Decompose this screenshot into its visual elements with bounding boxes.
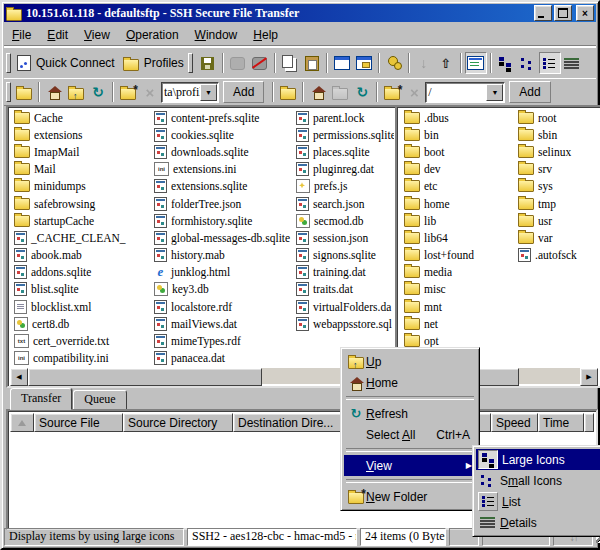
file-item[interactable]: blocklist.xml — [12, 298, 152, 315]
folder-item[interactable]: media — [402, 264, 514, 281]
folder-item[interactable]: net — [402, 315, 514, 332]
file-item[interactable]: folderTree.json — [152, 195, 292, 212]
menu-item-new-folder[interactable]: *New Folder — [344, 486, 476, 507]
file-item[interactable]: extensions.sqlite — [152, 178, 292, 195]
remote-delete-button[interactable]: × — [403, 81, 425, 103]
folder-item[interactable]: usr — [516, 212, 598, 229]
submenu-item-details[interactable]: Details — [476, 512, 600, 533]
menu-file[interactable]: File — [4, 26, 39, 44]
toolbar-grip[interactable] — [6, 82, 11, 102]
folder-item[interactable]: var — [516, 229, 598, 246]
menu-item-view[interactable]: View▶ — [344, 455, 476, 476]
column-header-source-directory[interactable]: Source Directory — [123, 413, 233, 432]
remote-path-combobox[interactable]: / ▼ — [425, 82, 505, 103]
file-item[interactable]: parent.lock — [294, 109, 394, 126]
folder-item[interactable]: startupCache — [12, 212, 152, 229]
file-item[interactable]: mailViews.dat — [152, 315, 292, 332]
folder-item[interactable]: boot — [402, 143, 514, 160]
settings-button[interactable] — [383, 52, 405, 74]
local-add-button[interactable]: Add — [223, 81, 264, 103]
folder-item[interactable]: sbin — [516, 126, 598, 143]
local-up-button[interactable]: ↑ — [65, 81, 87, 103]
remote-refresh-button[interactable]: ↻ — [351, 81, 373, 103]
local-refresh-button[interactable]: ↻ — [87, 81, 109, 103]
dropdown-arrow-icon[interactable]: ▼ — [486, 84, 503, 101]
transfer-view-toggle-button[interactable] — [465, 52, 487, 74]
remote-add-button[interactable]: Add — [509, 81, 550, 103]
menu-view[interactable]: View — [76, 26, 118, 44]
column-header-time[interactable]: Time — [538, 413, 584, 432]
disconnect-button[interactable] — [249, 52, 271, 74]
folder-item[interactable]: extensions — [12, 126, 152, 143]
folder-item[interactable]: .dbus — [402, 109, 514, 126]
file-item[interactable]: ejunklog.html — [152, 264, 292, 281]
save-button[interactable] — [197, 52, 219, 74]
folder-item[interactable]: Cache — [12, 109, 152, 126]
small-icons-view-button[interactable] — [517, 52, 539, 74]
maximize-button[interactable] — [554, 5, 572, 21]
upload-button[interactable]: ⇧ — [435, 52, 457, 74]
folder-item[interactable]: lib64 — [402, 229, 514, 246]
connect-button[interactable] — [227, 52, 249, 74]
file-item[interactable]: content-prefs.sqlite — [152, 109, 292, 126]
menu-item-select-all[interactable]: Select AllCtrl+A — [344, 424, 476, 445]
local-path-combobox[interactable]: ta\profile\ ▼ — [161, 82, 219, 103]
file-item[interactable]: inicompatibility.ini — [12, 350, 152, 367]
file-item[interactable]: pluginreg.dat — [294, 161, 394, 178]
file-item[interactable]: permissions.sqlite — [294, 126, 394, 143]
folder-item[interactable]: root — [516, 109, 598, 126]
folder-item[interactable]: home — [402, 195, 514, 212]
menu-item-refresh[interactable]: ↻Refresh — [344, 403, 476, 424]
local-change-folder-button[interactable] — [13, 81, 35, 103]
folder-item[interactable]: selinux — [516, 143, 598, 160]
file-item[interactable]: session.json — [294, 229, 394, 246]
file-item[interactable]: panacea.dat — [152, 350, 292, 367]
folder-item[interactable]: lost+found — [402, 247, 514, 264]
folder-item[interactable]: lib — [402, 212, 514, 229]
dropdown-arrow-icon[interactable]: ▼ — [200, 84, 217, 101]
folder-item[interactable]: minidumps — [12, 178, 152, 195]
minimize-button[interactable] — [534, 5, 552, 21]
file-item[interactable]: txtcert_override.txt — [12, 332, 152, 349]
folder-item[interactable]: mnt — [402, 298, 514, 315]
file-item[interactable]: iniextensions.ini — [152, 161, 292, 178]
submenu-item-large-icons[interactable]: Large Icons — [476, 449, 600, 470]
file-item[interactable]: history.mab — [152, 247, 292, 264]
folder-item[interactable]: tmp — [516, 195, 598, 212]
profiles-button[interactable]: Profiles — [119, 51, 188, 75]
folder-item[interactable]: etc — [402, 178, 514, 195]
remote-change-folder-button[interactable] — [277, 81, 299, 103]
file-item[interactable]: mimeTypes.rdf — [152, 332, 292, 349]
file-item[interactable]: global-messages-db.sqlite — [152, 229, 292, 246]
file-item[interactable]: training.dat — [294, 264, 394, 281]
file-item[interactable]: key3.db — [152, 281, 292, 298]
column-header-sort[interactable] — [10, 413, 34, 432]
close-button[interactable]: × — [576, 5, 594, 21]
file-item[interactable]: signons.sqlite — [294, 247, 394, 264]
folder-item[interactable]: safebrowsing — [12, 195, 152, 212]
file-item[interactable]: secmod.db — [294, 212, 394, 229]
menu-item-up[interactable]: ↑Up — [344, 351, 476, 372]
quick-connect-button[interactable]: Quick Connect — [13, 51, 119, 75]
menu-operation[interactable]: Operation — [118, 26, 187, 44]
file-item[interactable]: blist.sqlite — [12, 281, 152, 298]
file-item[interactable]: abook.mab — [12, 247, 152, 264]
folder-item[interactable]: bin — [402, 126, 514, 143]
file-item[interactable]: localstore.rdf — [152, 298, 292, 315]
file-item[interactable]: cookies.sqlite — [152, 126, 292, 143]
local-home-button[interactable] — [43, 81, 65, 103]
file-item[interactable]: formhistory.sqlite — [152, 212, 292, 229]
list-view-button[interactable] — [539, 52, 561, 74]
scroll-left-icon[interactable]: ◀ — [10, 368, 28, 386]
file-item[interactable]: downloads.sqlite — [152, 143, 292, 160]
copy-button[interactable] — [279, 52, 301, 74]
folder-item[interactable]: sys — [516, 178, 598, 195]
remote-path-value[interactable]: / — [426, 85, 486, 100]
local-file-list[interactable]: CacheextensionsImapMailMailminidumpssafe… — [10, 109, 394, 368]
scrollbar-thumb[interactable] — [28, 368, 262, 386]
paste-button[interactable] — [301, 52, 323, 74]
file-item[interactable]: _CACHE_CLEAN_ — [12, 229, 152, 246]
remote-file-list[interactable]: .dbusbinbootdevetchomeliblib64lost+found… — [399, 109, 598, 368]
column-header-source-file[interactable]: Source File — [34, 413, 123, 432]
file-item[interactable]: .autofsck — [516, 247, 598, 264]
